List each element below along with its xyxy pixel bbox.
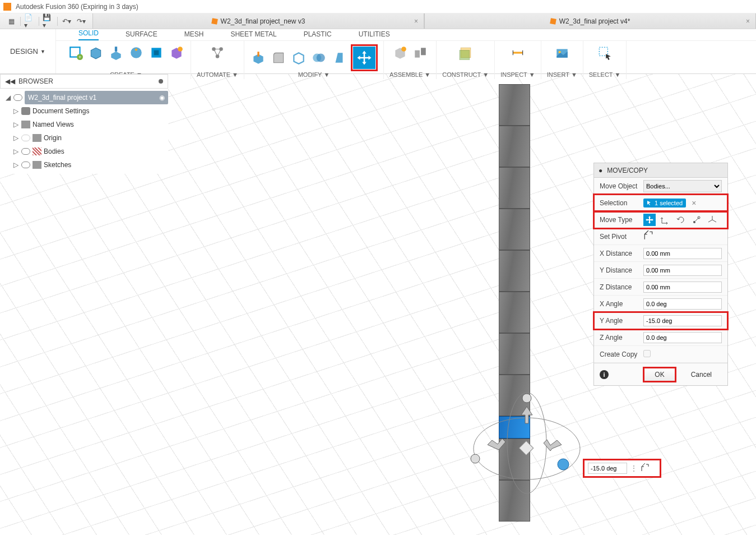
form-icon[interactable] xyxy=(148,44,165,61)
svg-text:+: + xyxy=(78,54,82,60)
panel-label[interactable]: INSPECT ▼ xyxy=(500,71,535,78)
ok-button[interactable]: OK xyxy=(644,368,675,381)
tree-item[interactable]: ▷ Document Settings xyxy=(0,104,168,118)
grid-apps-icon[interactable]: ▦ xyxy=(6,16,17,27)
redo-icon[interactable]: ↷▾ xyxy=(76,16,87,27)
tab-utilities[interactable]: UTILITIES xyxy=(359,30,390,40)
move-object-select[interactable]: Bodies... xyxy=(643,180,722,192)
visibility-icon[interactable] xyxy=(21,148,30,155)
x-distance-input[interactable] xyxy=(643,248,722,259)
panel-label[interactable]: CONSTRUCT ▼ xyxy=(442,71,489,78)
panel-select: SELECT ▼ xyxy=(583,41,627,79)
options-icon[interactable] xyxy=(159,79,163,84)
tab-mesh[interactable]: MESH xyxy=(184,30,204,40)
movetype-translate-icon[interactable] xyxy=(659,214,671,226)
expand-icon[interactable]: ▷ xyxy=(12,161,19,169)
visibility-icon[interactable] xyxy=(13,94,22,101)
cancel-button[interactable]: Cancel xyxy=(681,368,722,381)
svg-rect-26 xyxy=(519,441,533,455)
x-angle-input[interactable] xyxy=(643,298,722,310)
shell-icon[interactable] xyxy=(290,49,307,66)
pivot-icon[interactable] xyxy=(641,463,650,474)
panel-label[interactable]: AUTOMATE ▼ xyxy=(197,71,238,78)
clear-selection-icon[interactable]: × xyxy=(689,199,698,207)
movetype-xyz-icon[interactable] xyxy=(706,214,718,226)
z-distance-input[interactable] xyxy=(643,282,722,293)
tab-solid[interactable]: SOLID xyxy=(78,29,99,40)
tab-sheet-metal[interactable]: SHEET METAL xyxy=(230,30,276,40)
ribbon: DESIGN▼ SOLID SURFACE MESH SHEET METAL P… xyxy=(0,29,756,74)
panel-label[interactable]: MODIFY ▼ xyxy=(298,71,330,78)
press-pull-icon[interactable] xyxy=(250,49,267,66)
info-icon[interactable]: i xyxy=(600,370,609,379)
box-icon[interactable] xyxy=(87,44,104,61)
dialog-header[interactable]: ● MOVE/COPY xyxy=(594,163,727,178)
quick-access-row: ▦ 📄▾ 💾▾ ↶▾ ↷▾ W2_3d_final project_new v3… xyxy=(0,13,756,29)
draft-icon[interactable] xyxy=(331,49,347,66)
workspace-switcher[interactable]: DESIGN▼ xyxy=(0,29,56,73)
panel-modify: MODIFY ▼ xyxy=(244,41,384,79)
cube-icon xyxy=(211,18,218,25)
move-manipulator[interactable] xyxy=(465,387,588,499)
angle-input[interactable] xyxy=(588,463,627,474)
tab-surface[interactable]: SURFACE xyxy=(126,30,157,40)
collapse-icon[interactable]: ◀◀ xyxy=(5,77,15,85)
more-icon[interactable]: ⋮ xyxy=(630,464,637,472)
document-tab-1[interactable]: W2_3d_final project_new v3 × xyxy=(92,13,424,29)
panel-label[interactable]: SELECT ▼ xyxy=(589,71,621,78)
tree-item-label: Origin xyxy=(44,134,62,142)
movetype-free-icon[interactable] xyxy=(643,214,656,226)
automate-icon[interactable] xyxy=(209,44,226,61)
document-tab-label: W2_3d_final project v4* xyxy=(559,17,630,25)
file-menu-icon[interactable]: 📄▾ xyxy=(24,16,35,27)
z-angle-input[interactable] xyxy=(643,332,722,343)
combine-icon[interactable] xyxy=(310,49,327,66)
joint-icon[interactable] xyxy=(412,44,429,61)
selection-pill[interactable]: 1 selected xyxy=(643,199,686,207)
browser-header[interactable]: ◀◀ BROWSER xyxy=(0,74,168,89)
movetype-point-icon[interactable] xyxy=(690,214,703,226)
radio-icon[interactable]: ◉ xyxy=(159,94,165,102)
measure-icon[interactable] xyxy=(509,44,526,61)
tree-item[interactable]: ▷ Named Views xyxy=(0,118,168,131)
panel-construct: CONSTRUCT ▼ xyxy=(437,41,495,79)
y-angle-input[interactable] xyxy=(643,315,722,326)
close-icon[interactable]: × xyxy=(414,17,418,25)
tree-item[interactable]: ▷ Origin xyxy=(0,131,168,145)
extrude-icon[interactable] xyxy=(108,44,124,61)
expand-icon[interactable]: ▷ xyxy=(12,121,19,128)
tab-plastic[interactable]: PLASTIC xyxy=(304,30,332,40)
expand-icon[interactable]: ▷ xyxy=(12,134,19,142)
expand-icon[interactable]: ▷ xyxy=(12,147,19,155)
move-copy-button[interactable] xyxy=(353,47,375,69)
undo-icon[interactable]: ↶▾ xyxy=(61,16,72,27)
svg-point-12 xyxy=(317,53,325,62)
expand-icon[interactable]: ◢ xyxy=(4,94,11,102)
svg-rect-14 xyxy=(415,50,420,58)
document-tab-2[interactable]: W2_3d_final project v4* × xyxy=(424,13,756,29)
y-distance-input[interactable] xyxy=(643,265,722,276)
svg-rect-6 xyxy=(154,50,159,56)
panel-label[interactable]: INSERT ▼ xyxy=(547,71,577,78)
tree-item[interactable]: ▷ Bodies xyxy=(0,145,168,158)
fillet-icon[interactable] xyxy=(270,49,287,66)
expand-icon[interactable]: ▷ xyxy=(12,107,19,115)
tree-root-row[interactable]: ◢ W2_3d_final project v1 ◉ xyxy=(0,91,168,104)
panel-label[interactable]: ASSEMBLE ▼ xyxy=(389,71,430,78)
insert-icon[interactable] xyxy=(554,44,571,61)
inline-value-input[interactable]: ⋮ xyxy=(583,459,661,478)
visibility-icon[interactable] xyxy=(21,135,30,141)
close-icon[interactable]: × xyxy=(746,17,750,25)
save-icon[interactable]: 💾▾ xyxy=(43,16,54,27)
row-set-pivot: Set Pivot xyxy=(594,228,727,245)
component-icon[interactable] xyxy=(392,44,409,61)
revolve-icon[interactable] xyxy=(128,44,145,61)
visibility-icon[interactable] xyxy=(21,162,30,168)
derive-icon[interactable] xyxy=(168,44,185,61)
movetype-rotate-icon[interactable] xyxy=(675,214,687,226)
pivot-icon[interactable] xyxy=(643,234,653,242)
plane-icon[interactable] xyxy=(457,44,474,61)
select-icon[interactable] xyxy=(596,44,613,61)
tree-item[interactable]: ▷ Sketches xyxy=(0,158,168,172)
sketch-icon[interactable]: + xyxy=(67,44,84,61)
